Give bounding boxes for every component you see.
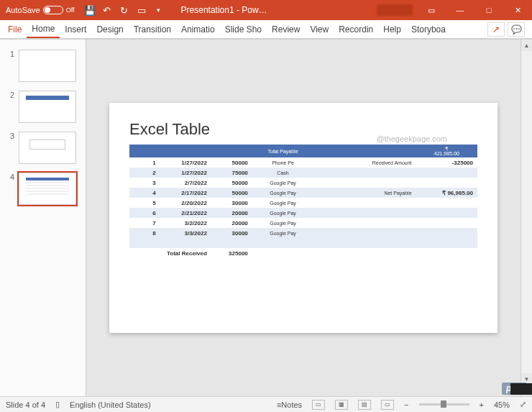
tab-storyboard[interactable]: Storyboa — [406, 20, 451, 38]
tab-insert[interactable]: Insert — [60, 20, 91, 38]
table-row: 21/27/202275000Cash — [129, 168, 477, 178]
table-row: 42/17/202250000Google PayNet Payable₹ 96… — [129, 188, 477, 198]
tab-slideshow[interactable]: Slide Sho — [220, 20, 267, 38]
redo-icon[interactable]: ↻ — [119, 5, 129, 15]
watermark: @thegeekpage.com — [376, 134, 447, 143]
table-spacer-row — [129, 238, 477, 248]
zoom-slider[interactable] — [419, 403, 469, 406]
tab-design[interactable]: Design — [91, 20, 128, 38]
thumbnail-3[interactable]: 3 — [0, 127, 86, 168]
accessibility-icon[interactable]: ▯ — [55, 400, 60, 409]
notes-button[interactable]: ≡Notes — [277, 400, 302, 409]
slide-counter: Slide 4 of 4 — [6, 400, 45, 409]
zoom-percent[interactable]: 45% — [494, 400, 510, 409]
zoom-out-icon[interactable]: − — [404, 400, 408, 409]
slideshow-view-icon[interactable]: ▭ — [381, 400, 394, 410]
thumbnail-1[interactable]: 1 — [0, 45, 86, 86]
slide-canvas[interactable]: Excel Table @thegeekpage.com Total Payab… — [109, 103, 497, 333]
thumbnail-4[interactable]: 4 — [0, 168, 86, 209]
fit-window-icon[interactable]: ⤢ — [520, 400, 526, 409]
table-row: 73/2/202220000Google Pay — [129, 218, 477, 228]
autosave-toggle[interactable] — [43, 6, 63, 14]
autosave-control[interactable]: AutoSave Off — [0, 6, 81, 14]
titlebar: AutoSave Off 💾 ↶ ↻ ▭ ▾ Presentation1 - P… — [0, 0, 532, 20]
quick-access-toolbar: 💾 ↶ ↻ ▭ ▾ — [81, 5, 168, 15]
tab-animations[interactable]: Animatio — [176, 20, 220, 38]
share-button[interactable]: ↗ — [487, 22, 505, 37]
undo-icon[interactable]: ↶ — [102, 5, 112, 15]
excel-table: Total Payable ₹ 421,985.00 11/27/2022500… — [129, 145, 477, 258]
table-row: 52/20/202230000Google Pay — [129, 198, 477, 208]
zoom-handle[interactable] — [441, 400, 446, 408]
status-bar: Slide 4 of 4 ▯ English (United States) ≡… — [0, 396, 532, 412]
vertical-scrollbar[interactable]: ▲ ▼ ▾ — [520, 40, 532, 396]
table-header-row: Total Payable ₹ 421,985.00 — [129, 145, 477, 157]
comments-button[interactable]: 💬 — [508, 22, 525, 37]
minimize-button[interactable]: — — [446, 0, 474, 20]
window-controls: — □ ✕ — [446, 0, 532, 20]
reading-view-icon[interactable]: ▤ — [358, 400, 371, 410]
tab-recording[interactable]: Recordin — [334, 20, 378, 38]
tab-file[interactable]: File — [3, 20, 27, 38]
table-row: 32/7/202250000Google Pay — [129, 178, 477, 188]
slide-thumbnails-panel: 1 2 3 4 — [0, 40, 86, 396]
table-total-row: Total Received 325000 — [129, 248, 477, 258]
zoom-in-icon[interactable]: + — [480, 400, 484, 409]
save-icon[interactable]: 💾 — [85, 5, 95, 15]
table-row: 62/21/202220000Google Pay — [129, 208, 477, 218]
document-title: Presentation1 - Pow… — [168, 5, 377, 15]
tab-view[interactable]: View — [305, 20, 334, 38]
table-row: 11/27/202250000Phone PeReceived Amount-3… — [129, 157, 477, 168]
account-name[interactable] — [377, 4, 413, 16]
scroll-up-icon[interactable]: ▲ — [521, 40, 532, 51]
sorter-view-icon[interactable]: ▦ — [335, 400, 348, 410]
ribbon-display-icon[interactable]: ▭ — [417, 0, 446, 20]
thumbnail-2[interactable]: 2 — [0, 86, 86, 127]
language-status[interactable]: English (United States) — [70, 400, 151, 409]
autosave-label: AutoSave — [6, 6, 40, 14]
tab-help[interactable]: Help — [378, 20, 406, 38]
workspace: 1 2 3 4 Excel Table @thegeekpage.com Tot… — [0, 39, 532, 396]
tab-transitions[interactable]: Transition — [129, 20, 176, 38]
start-show-icon[interactable]: ▭ — [137, 5, 147, 15]
qat-dropdown-icon[interactable]: ▾ — [154, 5, 164, 15]
autosave-state: Off — [66, 6, 75, 14]
overlay-blob — [510, 383, 532, 395]
normal-view-icon[interactable]: ▭ — [312, 400, 325, 410]
slide-editor[interactable]: Excel Table @thegeekpage.com Total Payab… — [86, 40, 520, 396]
close-button[interactable]: ✕ — [503, 0, 532, 20]
maximize-button[interactable]: □ — [474, 0, 503, 20]
ribbon-tabs: File Home Insert Design Transition Anima… — [0, 20, 532, 39]
tab-review[interactable]: Review — [267, 20, 305, 38]
table-row: 83/3/202230000Google Pay — [129, 228, 477, 238]
tab-home[interactable]: Home — [27, 20, 60, 38]
